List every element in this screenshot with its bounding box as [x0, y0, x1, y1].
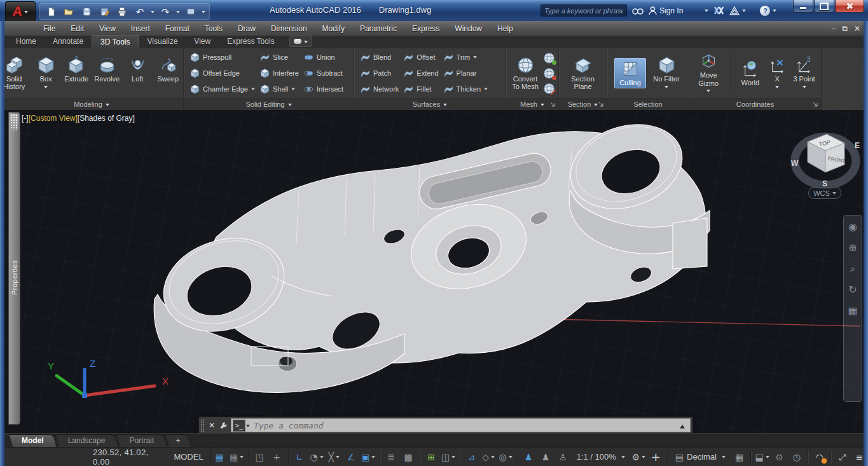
union-button[interactable]: Union — [304, 50, 343, 65]
layout-tab-landscape[interactable]: Landscape — [57, 434, 117, 447]
annotation-monitor-icon[interactable]: ◎ — [498, 449, 514, 465]
panel-title-coordinates[interactable]: Coordinates — [689, 98, 821, 110]
panel-title-solid-editing[interactable]: Solid Editing — [184, 98, 354, 110]
panel-title-modeling[interactable]: Modeling — [0, 98, 183, 110]
menu-item[interactable]: Express — [404, 21, 447, 36]
tab-3d-tools[interactable]: 3D Tools — [92, 35, 139, 48]
redo-dropdown[interactable] — [176, 11, 180, 15]
fillet-button[interactable]: Fillet — [404, 81, 438, 97]
viewport-menu-button[interactable]: [-] — [22, 114, 29, 123]
selection-cycling-icon[interactable]: ⊞ — [424, 449, 439, 465]
workspace-button[interactable] — [184, 5, 198, 18]
model-space-button[interactable]: MODEL — [166, 448, 210, 466]
patch-button[interactable]: Patch — [361, 65, 399, 81]
doc-close-button[interactable]: ✕ — [854, 24, 860, 33]
offset-edge-button[interactable]: Offset Edge — [190, 65, 255, 81]
command-customize-button[interactable] — [217, 421, 229, 430]
section-plane-button[interactable]: Section Plane — [565, 55, 601, 92]
command-prompt-icon[interactable]: >_ — [233, 420, 245, 432]
close-button[interactable] — [835, 0, 864, 13]
doc-restore-button[interactable]: ⧉ — [842, 24, 848, 33]
units-button[interactable]: ▤ Decimal — [670, 449, 731, 465]
panel-title-mesh[interactable]: Mesh — [506, 98, 558, 110]
showmotion-icon[interactable]: ▦ — [848, 306, 857, 316]
new-layout-button[interactable]: + — [167, 434, 189, 447]
palette-grip-icon[interactable] — [10, 114, 18, 130]
orbit-icon[interactable]: ↻ — [848, 285, 857, 295]
ui-lock-icon[interactable]: ⬓ — [754, 449, 770, 465]
annotation-visibility-icon[interactable]: ♟ — [521, 449, 537, 465]
sign-in-button[interactable]: Sign In — [649, 6, 683, 15]
undo-button[interactable]: ↶ — [133, 5, 147, 18]
grid-icon[interactable]: ▦ — [212, 449, 228, 465]
viewport-canvas[interactable]: [-] [Custom View] [Shades of Gray] Prope… — [0, 110, 868, 433]
polar-tracking-icon[interactable]: ◔ — [309, 449, 325, 465]
menu-item[interactable]: Parametric — [352, 21, 404, 36]
properties-palette-tab[interactable]: Properties — [8, 112, 20, 425]
clean-screen-icon[interactable]: ⤢ — [834, 449, 850, 465]
a360-button[interactable] — [729, 6, 746, 15]
minimize-button[interactable] — [793, 0, 813, 13]
no-filter-button[interactable]: No Filter — [651, 55, 682, 91]
signin-dropdown[interactable] — [705, 10, 708, 14]
tab-annotate[interactable]: Annotate — [45, 35, 92, 48]
culling-button[interactable]: Culling — [614, 58, 646, 88]
thicken-button[interactable]: Thicken — [444, 81, 488, 97]
menu-item[interactable]: Edit — [63, 21, 92, 36]
undo-dropdown[interactable] — [151, 11, 155, 15]
plot-button[interactable] — [115, 5, 129, 18]
menu-item[interactable]: Draw — [230, 21, 263, 36]
revolve-button[interactable]: Revolve — [92, 55, 122, 84]
tab-home[interactable]: Home — [8, 35, 45, 48]
command-input[interactable] — [250, 421, 680, 430]
menu-item[interactable]: File — [36, 21, 63, 36]
save-button[interactable] — [79, 5, 93, 18]
ucs-world-button[interactable]: World — [736, 58, 764, 88]
command-grip-handle[interactable] — [200, 419, 205, 432]
subtract-button[interactable]: Subtract — [304, 65, 343, 81]
menu-item[interactable]: View — [92, 21, 123, 36]
presspull-button[interactable]: Presspull — [190, 50, 255, 65]
maximize-button[interactable] — [814, 0, 834, 13]
navigation-wheel-icon[interactable]: ◉ — [848, 222, 857, 232]
crosshair-icon[interactable]: + — [648, 449, 664, 465]
pan-icon[interactable]: ⊕ — [848, 243, 857, 253]
menu-item[interactable]: Window — [447, 21, 490, 36]
workspace-gear-icon[interactable]: ⚙ — [631, 449, 647, 465]
annotation-autoscale-icon[interactable]: ♟ — [538, 449, 554, 465]
dynamic-input-icon[interactable]: + — [269, 449, 285, 465]
snap-icon[interactable]: ▦ — [229, 449, 245, 465]
quick-properties-icon[interactable]: ▦ — [731, 449, 747, 465]
offset-button[interactable]: Offset — [404, 50, 438, 65]
panel-title-selection[interactable]: Selection — [607, 98, 689, 110]
dynamic-ucs-icon[interactable]: ◫ — [441, 449, 457, 465]
menu-item[interactable]: Help — [490, 21, 521, 36]
smooth-less-button[interactable] — [543, 67, 556, 80]
ortho-icon[interactable]: ∟ — [292, 449, 308, 465]
menu-item[interactable]: Format — [158, 21, 197, 36]
annotation-scale-button[interactable]: 1:1 / 100% — [572, 449, 630, 465]
view-control-button[interactable]: [Custom View] — [29, 114, 78, 123]
slice-button[interactable]: Slice — [260, 50, 299, 65]
tab-view[interactable]: View — [186, 35, 219, 48]
trim-button[interactable]: Trim — [444, 50, 488, 65]
zoom-icon[interactable]: ⌕ — [850, 264, 856, 274]
compass-west[interactable]: W — [791, 159, 799, 168]
shell-button[interactable]: Shell — [260, 81, 299, 97]
tab-express-tools[interactable]: Express Tools — [219, 35, 282, 48]
lineweight-icon[interactable]: ≣ — [383, 449, 399, 465]
panel-launcher-icon[interactable] — [813, 102, 818, 107]
save-as-button[interactable] — [97, 5, 111, 18]
extrude-button[interactable]: Extrude — [61, 55, 92, 84]
menu-item[interactable]: Tools — [197, 21, 230, 36]
ucs-display-icon[interactable]: ⊿ — [464, 449, 479, 465]
isodraft-icon[interactable]: ╳ — [326, 449, 342, 465]
new-file-button[interactable] — [44, 5, 58, 18]
panel-title-section[interactable]: Section — [559, 98, 607, 110]
menu-item[interactable]: Modify — [315, 21, 352, 36]
panel-title-surfaces[interactable]: Surfaces — [354, 98, 506, 110]
intersect-button[interactable]: Intersect — [304, 81, 343, 97]
infer-constraints-icon[interactable]: ◳ — [252, 449, 268, 465]
help-search-input[interactable] — [541, 4, 627, 17]
redo-button[interactable]: ↷ — [158, 5, 172, 18]
